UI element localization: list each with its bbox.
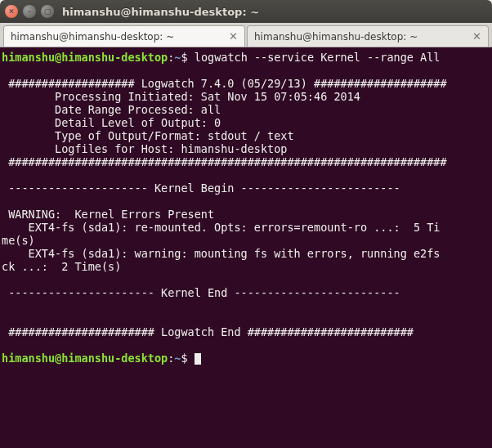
output-line: [2, 273, 8, 286]
output-line: Processing Initiated: Sat Nov 15 07:05:4…: [2, 90, 360, 103]
close-icon[interactable]: ✕: [229, 30, 238, 43]
output-line: Logfiles for Host: himanshu-desktop: [2, 142, 288, 155]
command-text: logwatch --service Kernel --range All: [195, 51, 441, 64]
output-line: Date Range Processed: all: [2, 103, 221, 116]
output-line: EXT4-fs (sda1): warning: mounting fs wit…: [2, 247, 440, 260]
window-title: himanshu@himanshu-desktop: ~: [62, 6, 259, 18]
terminal-output[interactable]: himanshu@himanshu-desktop:~$ logwatch --…: [0, 47, 492, 448]
tab-1[interactable]: himanshu@himanshu-desktop: ~ ✕: [3, 25, 245, 47]
output-line: EXT4-fs (sda1): re-mounted. Opts: errors…: [2, 221, 440, 234]
output-line: Type of Output/Format: stdout / text: [2, 129, 294, 142]
minimize-icon[interactable]: –: [23, 5, 36, 18]
output-line: ck ...: 2 Time(s): [2, 260, 121, 273]
output-line: me(s): [2, 234, 35, 247]
prompt-suffix: $: [181, 352, 187, 365]
tab-2[interactable]: himanshu@himanshu-desktop: ~ ✕: [247, 25, 489, 47]
output-line: ########################################…: [2, 155, 454, 168]
output-line: [2, 312, 8, 325]
output-line: ---------------------- Kernel End ------…: [2, 286, 407, 299]
prompt-user: himanshu@himanshu-desktop: [2, 352, 168, 365]
window-controls: ✕ – ▢: [5, 5, 54, 18]
output-line: [2, 168, 8, 181]
tab-label: himanshu@himanshu-desktop: ~: [11, 31, 174, 43]
cursor: [195, 353, 201, 365]
close-icon[interactable]: ✕: [5, 5, 18, 18]
output-line: ################### Logwatch 7.4.0 (05/2…: [2, 77, 454, 90]
maximize-icon[interactable]: ▢: [41, 5, 54, 18]
output-line: WARNING: Kernel Errors Present: [2, 208, 214, 221]
window-titlebar: ✕ – ▢ himanshu@himanshu-desktop: ~: [0, 0, 492, 23]
prompt-suffix: $: [181, 51, 187, 64]
tab-label: himanshu@himanshu-desktop: ~: [254, 31, 418, 43]
tab-bar: himanshu@himanshu-desktop: ~ ✕ himanshu@…: [0, 23, 492, 47]
close-icon[interactable]: ✕: [472, 30, 481, 43]
prompt-user: himanshu@himanshu-desktop: [2, 51, 168, 64]
output-line: ###################### Logwatch End ####…: [2, 325, 420, 338]
output-line: Detail Level of Output: 0: [2, 116, 221, 129]
output-line: --------------------- Kernel Begin -----…: [2, 181, 407, 195]
